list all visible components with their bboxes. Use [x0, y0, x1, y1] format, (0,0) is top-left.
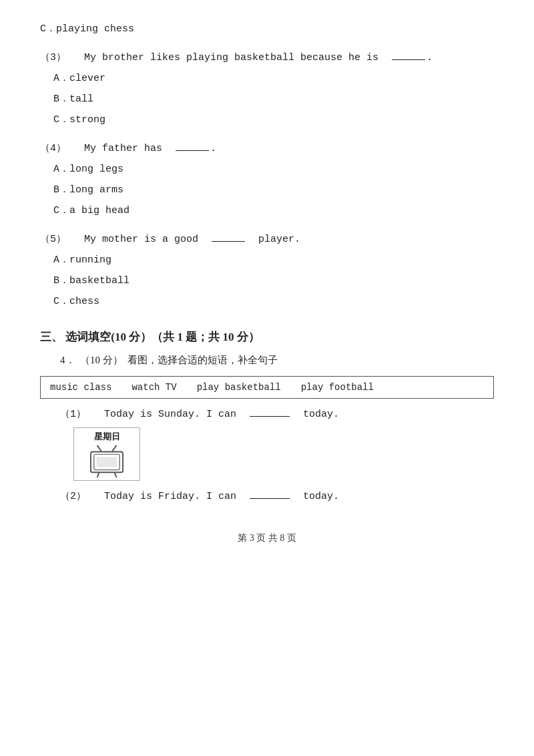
blank-q4: [176, 150, 209, 151]
svg-line-5: [112, 445, 117, 452]
q4-option-a: A．long legs: [53, 160, 494, 178]
blank-sub2: [250, 498, 290, 499]
blank-q3: [392, 59, 425, 60]
q5-option-b: B．basketball: [53, 272, 494, 290]
svg-line-3: [115, 472, 117, 478]
q3-option-b: B．tall: [53, 90, 494, 108]
blank-q5: [212, 241, 245, 242]
q5-option-a: A．running: [53, 251, 494, 269]
word-bank-item-1: music class: [50, 382, 111, 393]
image-label-sunday: 星期日: [94, 431, 120, 443]
page-footer: 第 3 页 共 8 页: [40, 532, 494, 544]
tv-icon: [87, 444, 127, 478]
q3-option-a: A．clever: [53, 69, 494, 87]
question-3: （3） My brother likes playing basketball …: [40, 49, 494, 67]
word-bank: music class watch TV play basketball pla…: [40, 376, 494, 399]
question-4-instruction: 4． （10 分） 看图，选择合适的短语，补全句子: [60, 351, 494, 369]
svg-line-4: [97, 445, 102, 452]
sub-question-2: （2） Today is Friday. I can today.: [60, 488, 494, 506]
question-5: （5） My mother is a good player.: [40, 230, 494, 248]
sub-question-1: （1） Today is Sunday. I can today.: [60, 405, 494, 423]
question-4: （4） My father has .: [40, 140, 494, 158]
word-bank-item-2: watch TV: [131, 382, 176, 393]
section-3-header: 三、 选词填空(10 分）（共 1 题；共 10 分）: [40, 329, 494, 345]
svg-line-2: [97, 472, 99, 478]
word-bank-item-4: play football: [301, 382, 374, 393]
word-bank-item-3: play basketball: [197, 382, 281, 393]
option-c-playing-chess: C．playing chess: [40, 20, 494, 38]
image-sunday-tv: 星期日: [73, 427, 140, 481]
q3-option-c: C．strong: [53, 111, 494, 129]
blank-sub1: [250, 416, 290, 417]
svg-rect-6: [97, 457, 117, 467]
q5-option-c: C．chess: [53, 293, 494, 311]
q4-option-b: B．long arms: [53, 181, 494, 199]
q4-option-c: C．a big head: [53, 202, 494, 220]
